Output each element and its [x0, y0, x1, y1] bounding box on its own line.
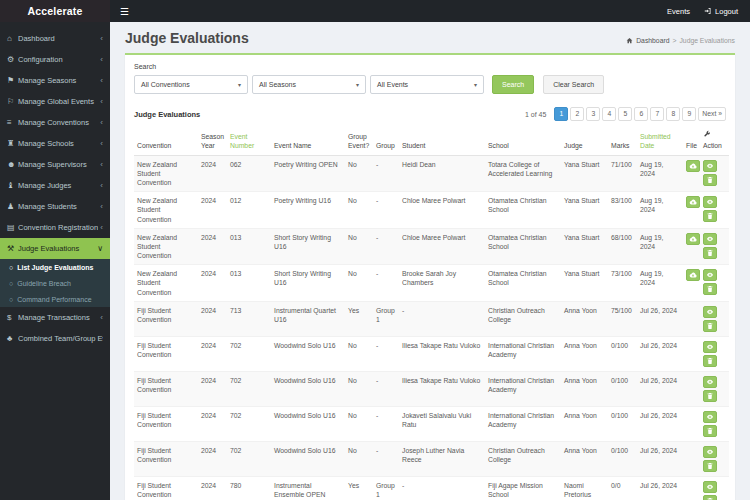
sidebar-item-convention-registrations[interactable]: ▤Convention Registrations‹	[0, 217, 110, 238]
pagination-page-3[interactable]: 3	[586, 107, 600, 121]
pagination-next-button[interactable]: Next »	[698, 107, 726, 121]
download-file-button[interactable]	[686, 196, 700, 208]
cell-event_number: 702	[227, 406, 271, 441]
download-file-button[interactable]	[686, 160, 700, 172]
pagination-page-2[interactable]: 2	[570, 107, 584, 121]
cell-student: Iliesa Takape Ratu Vuloko	[399, 336, 485, 371]
cell-group_event: Yes	[345, 476, 373, 500]
sidebar-subitem-command-performance[interactable]: ○Command Performance	[0, 291, 110, 307]
sidebar-item-manage-transactions[interactable]: $Manage Transactions‹	[0, 307, 110, 328]
configuration-icon: ⚙	[7, 55, 18, 64]
breadcrumb-separator: >	[672, 37, 676, 44]
trash-icon	[706, 212, 714, 220]
sidebar-item-manage-supervisors[interactable]: ☻Manage Supervisors‹	[0, 154, 110, 175]
cell-submitted_date: Jul 26, 2024	[637, 336, 683, 371]
cell-event_number: 013	[227, 228, 271, 265]
row-actions	[703, 160, 726, 186]
column-header-submitted_date[interactable]: Submitted Date	[637, 128, 683, 155]
cell-event_number: 062	[227, 155, 271, 192]
sidebar-toggle-icon[interactable]: ☰	[110, 6, 139, 17]
sidebar-item-manage-schools[interactable]: ♜Manage Schools‹	[0, 133, 110, 154]
sidebar-subitem-list-judge-evaluations[interactable]: ○List Judge Evaluations	[0, 259, 110, 275]
conventions-filter-dropdown[interactable]: All Conventions▾	[134, 75, 248, 94]
events-filter-dropdown[interactable]: All Events▾	[370, 75, 484, 94]
pagination-page-4[interactable]: 4	[602, 107, 616, 121]
view-button[interactable]	[703, 160, 717, 172]
delete-button[interactable]	[703, 174, 717, 186]
clear-search-button[interactable]: Clear Search	[543, 75, 604, 94]
view-button[interactable]	[703, 306, 717, 318]
view-button[interactable]	[703, 411, 717, 423]
chevron-left-icon: ‹	[100, 34, 103, 43]
cell-marks: 0/100	[608, 406, 637, 441]
view-button[interactable]	[703, 196, 717, 208]
cell-group_event: No	[345, 441, 373, 476]
cell-action	[700, 301, 729, 336]
cell-action	[700, 476, 729, 500]
view-button[interactable]	[703, 446, 717, 458]
cell-convention: Fiji Student Convention	[134, 371, 198, 406]
cell-submitted_date: Jul 26, 2024	[637, 441, 683, 476]
cell-student: -	[399, 301, 485, 336]
view-button[interactable]	[703, 269, 717, 281]
view-button[interactable]	[703, 481, 717, 493]
cell-season_year: 2024	[198, 476, 227, 500]
sidebar-item-judge-evaluations[interactable]: ⚒Judge Evaluations∨	[0, 238, 110, 259]
pagination-page-6[interactable]: 6	[634, 107, 648, 121]
delete-button[interactable]	[703, 425, 717, 437]
wrench-icon	[703, 130, 726, 141]
eye-icon	[706, 483, 714, 491]
download-file-button[interactable]	[686, 233, 700, 245]
cell-file	[683, 371, 700, 406]
column-header-season_year: Season Year	[198, 128, 227, 155]
seasons-filter-dropdown[interactable]: All Seasons▾	[252, 75, 366, 94]
pagination-page-8[interactable]: 8	[666, 107, 680, 121]
cell-student: Chloe Maree Polwart	[399, 228, 485, 265]
cell-marks: 0/0	[608, 476, 637, 500]
cell-school: International Christian Academy	[485, 336, 561, 371]
sidebar-item-manage-students[interactable]: ♟Manage Students‹	[0, 196, 110, 217]
sidebar-item-manage-global-events[interactable]: ⚐Manage Global Events‹	[0, 91, 110, 112]
breadcrumb-dashboard[interactable]: Dashboard	[636, 37, 669, 44]
delete-button[interactable]	[703, 495, 717, 500]
nav-events-link[interactable]: Events	[667, 7, 690, 16]
sidebar-subitem-guideline-breach[interactable]: ○Guideline Breach	[0, 275, 110, 291]
chevron-down-icon: ∨	[97, 244, 103, 253]
table-row: Fiji Student Convention2024702Woodwind S…	[134, 336, 729, 371]
cell-marks: 0/100	[608, 336, 637, 371]
view-button[interactable]	[703, 376, 717, 388]
sidebar-item-manage-judges[interactable]: ♝Manage Judges‹	[0, 175, 110, 196]
delete-button[interactable]	[703, 320, 717, 332]
pagination-page-7[interactable]: 7	[650, 107, 664, 121]
cell-event_name: Woodwind Solo U16	[271, 336, 345, 371]
download-file-button[interactable]	[686, 269, 700, 281]
column-header-event_number[interactable]: Event Number	[227, 128, 271, 155]
pagination-page-9[interactable]: 9	[682, 107, 696, 121]
cell-student: Chloe Maree Polwart	[399, 192, 485, 229]
nav-logout-link[interactable]: Logout	[704, 7, 738, 16]
sidebar-item-manage-seasons[interactable]: ⚑Manage Seasons‹	[0, 70, 110, 91]
sidebar-item-combined-team-group-events[interactable]: ♣Combined Team/Group Events	[0, 328, 110, 349]
delete-button[interactable]	[703, 283, 717, 295]
delete-button[interactable]	[703, 390, 717, 402]
pagination-page-1[interactable]: 1	[554, 107, 568, 121]
column-header-student: Student	[399, 128, 485, 155]
table-section-title: Judge Evaluations	[134, 110, 200, 119]
chevron-left-icon: ‹	[100, 160, 103, 169]
chevron-down-icon: ▾	[238, 81, 241, 88]
pagination-page-5[interactable]: 5	[618, 107, 632, 121]
cell-event_name: Woodwind Solo U16	[271, 441, 345, 476]
search-button[interactable]: Search	[492, 75, 534, 94]
sidebar-item-manage-conventions[interactable]: ≡Manage Conventions‹	[0, 112, 110, 133]
cell-group: -	[373, 406, 399, 441]
view-button[interactable]	[703, 341, 717, 353]
view-button[interactable]	[703, 233, 717, 245]
row-actions	[703, 446, 726, 472]
delete-button[interactable]	[703, 460, 717, 472]
delete-button[interactable]	[703, 247, 717, 259]
delete-button[interactable]	[703, 355, 717, 367]
sidebar-item-configuration[interactable]: ⚙Configuration‹	[0, 49, 110, 70]
delete-button[interactable]	[703, 210, 717, 222]
trash-icon	[706, 392, 714, 400]
sidebar-item-dashboard[interactable]: ⌂Dashboard‹	[0, 28, 110, 49]
